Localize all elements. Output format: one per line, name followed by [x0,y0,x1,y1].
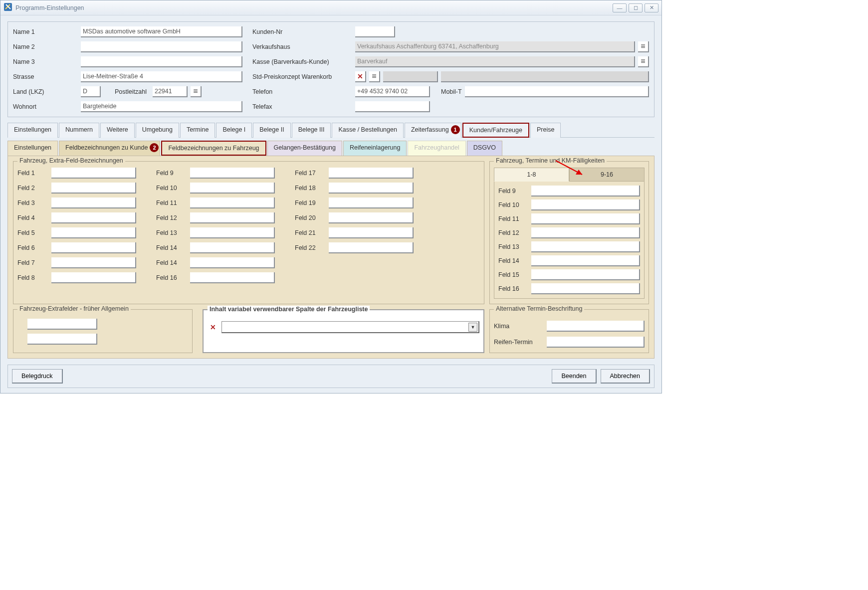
extra-col2-input-4[interactable] [190,212,275,223]
extra-col3-input-1[interactable] [329,168,414,179]
extra-col2-input-1[interactable] [190,168,275,179]
input-verkaufshaus[interactable] [355,41,635,52]
clear-varspalte-icon[interactable]: ✕ [208,322,218,333]
belegdruck-button[interactable]: Belegdruck [12,369,63,384]
extra-row: Feld 21 [295,227,414,238]
termine-input-15[interactable] [531,269,640,280]
lookup-preiskonzept-icon[interactable] [369,71,380,82]
sub-tabs: Einstellungen Feldbezeichnungen zu Kunde… [7,141,654,156]
lookup-kasse-icon[interactable] [638,56,649,67]
fieldset-extrafelder-alt: Fahrzeug-Extrafelder - früher Allgemein [13,309,193,353]
extra-col3-input-2[interactable] [329,183,414,194]
close-button[interactable]: ✕ [645,3,658,12]
termine-input-10[interactable] [531,199,640,210]
label-reifentermin: Reifen-Termin [494,339,544,346]
tab-termine[interactable]: Termine [180,123,215,138]
input-telefon[interactable] [355,86,430,97]
input-extrafeld-alt-2[interactable] [27,334,97,345]
fieldset-termine: Fahrzeug, Termine und KM-Fälligkeiten 1-… [489,161,649,304]
clear-preiskonzept-icon[interactable]: ✕ [355,71,366,82]
extra-col1-input-3[interactable] [51,197,136,208]
termine-input-11[interactable] [531,213,640,224]
extra-row: Feld 10 [156,183,275,194]
input-preiskonzept1[interactable] [383,71,438,82]
tab-weitere[interactable]: Weitere [100,123,135,138]
termine-tab-1-8[interactable]: 1-8 [494,168,569,182]
extra-label: Feld 4 [17,214,47,221]
extra-col1-input-8[interactable] [51,272,136,283]
tab-einstellungen[interactable]: Einstellungen [7,123,58,138]
extra-col1-input-7[interactable] [51,257,136,268]
legend-varspalte: Inhalt variabel verwendbarer Spalte der … [208,306,370,313]
termine-input-14[interactable] [531,255,640,266]
tab-nummern[interactable]: Nummern [59,123,99,138]
input-mobil[interactable] [465,86,649,97]
tab-kasse[interactable]: Kasse / Bestellungen [332,123,403,138]
extra-label: Feld 9 [156,170,186,177]
app-icon [3,2,12,13]
termine-input-16[interactable] [531,283,640,294]
tab-preise[interactable]: Preise [530,123,561,138]
termine-tab-9-16[interactable]: 9-16 [569,168,645,182]
extra-row: Feld 8 [17,272,136,283]
extra-col1-input-5[interactable] [51,227,136,238]
subtab-einstellungen[interactable]: Einstellungen [7,141,58,156]
lookup-verkaufshaus-icon[interactable] [638,41,649,52]
tab-umgebung[interactable]: Umgebung [136,123,179,138]
extra-col2-input-2[interactable] [190,183,275,194]
extra-col3-input-4[interactable] [329,212,414,223]
input-name3[interactable] [81,56,242,67]
extra-col3-input-6[interactable] [329,242,414,253]
extra-col2-input-6[interactable] [190,242,275,253]
input-kasse[interactable] [355,56,635,67]
input-extrafeld-alt-1[interactable] [27,319,97,330]
extra-row: Feld 7 [17,257,136,268]
input-klima[interactable] [547,321,645,332]
subtab-reifen[interactable]: Reifeneinlagerung [343,141,407,156]
combo-varspalte[interactable]: ▼ [221,321,479,333]
subtab-dsgvo[interactable]: DSGVO [467,141,502,156]
extra-col2-input-7[interactable] [190,257,275,268]
input-land[interactable] [81,86,101,97]
tab-kunden-fahrzeuge[interactable]: Kunden/Fahrzeuge [462,123,529,138]
beenden-button[interactable]: Beenden [552,369,596,384]
minimize-button[interactable]: — [613,3,627,12]
extra-row: Feld 22 [295,242,414,253]
extra-col1-input-6[interactable] [51,242,136,253]
input-wohnort[interactable] [81,101,242,112]
footer: Belegdruck Beenden Abbrechen [7,365,654,388]
termine-input-12[interactable] [531,227,640,238]
subtab-feldbez-kunde[interactable]: Feldbezeichnungen zu Kunde2 [59,141,160,156]
extra-col2-input-5[interactable] [190,227,275,238]
extra-col3-input-5[interactable] [329,227,414,238]
extra-col1-input-2[interactable] [51,183,136,194]
extra-col2-input-3[interactable] [190,197,275,208]
input-preiskonzept2[interactable] [441,71,649,82]
input-name1[interactable] [81,26,242,37]
chevron-down-icon[interactable]: ▼ [468,323,477,332]
extra-col2-input-8[interactable] [190,272,275,283]
tab-belege2[interactable]: Belege II [253,123,290,138]
input-plz[interactable] [153,86,188,97]
tab-belege1[interactable]: Belege I [216,123,252,138]
input-kundennr[interactable] [355,26,395,37]
lookup-plz-icon[interactable] [191,86,202,97]
input-strasse[interactable] [81,71,242,82]
tab-belege3[interactable]: Belege III [292,123,331,138]
subtab-feldbez-fahrzeug[interactable]: Feldbezeichnungen zu Fahrzeug [161,141,266,156]
tab-zeiterfassung[interactable]: Zeiterfassung1 [405,123,461,138]
extra-label: Feld 10 [156,185,186,192]
subtab-gelangen[interactable]: Gelangen-Bestätigung [267,141,342,156]
extra-col1-input-1[interactable] [51,168,136,179]
extra-row: Feld 12 [156,212,275,223]
maximize-button[interactable]: ◻ [629,3,643,12]
abbrechen-button[interactable]: Abbrechen [601,369,650,384]
termine-input-13[interactable] [531,241,640,252]
extra-col3-input-3[interactable] [329,197,414,208]
termine-input-9[interactable] [531,186,640,197]
extra-col1-input-4[interactable] [51,212,136,223]
input-name2[interactable] [81,41,242,52]
subtab-fahrzeughandel[interactable]: Fahrzeughandel [408,141,465,156]
input-telefax[interactable] [355,101,430,112]
input-reifentermin[interactable] [547,337,645,348]
